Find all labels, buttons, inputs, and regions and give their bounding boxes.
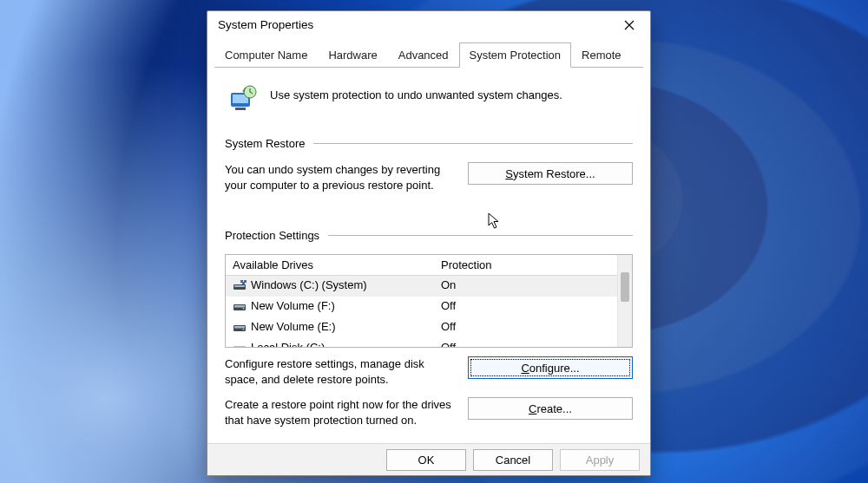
divider: [328, 235, 633, 236]
window-title: System Properties: [218, 18, 612, 31]
section-header-restore-label: System Restore: [225, 137, 305, 150]
drive-protection: On: [434, 276, 617, 297]
titlebar: System Properties: [207, 11, 650, 38]
tab-computer-name[interactable]: Computer Name: [214, 42, 318, 68]
system-properties-dialog: System Properties Computer Name Hardware…: [207, 10, 651, 476]
drive-row[interactable]: Windows (C:) (System)On: [226, 276, 617, 297]
section-header-protection: Protection Settings: [225, 229, 633, 242]
svg-rect-2: [235, 108, 246, 110]
drives-header: Available Drives Protection: [226, 255, 617, 276]
drive-name: Windows (C:) (System): [251, 278, 367, 291]
system-restore-button[interactable]: System Restore...: [468, 162, 633, 185]
svg-rect-10: [234, 305, 245, 308]
svg-rect-8: [242, 282, 245, 284]
drive-name: New Volume (F:): [251, 299, 335, 312]
tab-strip: Computer Name Hardware Advanced System P…: [207, 42, 650, 68]
create-button[interactable]: Create...: [468, 397, 633, 420]
cancel-button[interactable]: Cancel: [473, 449, 553, 471]
scroll-thumb[interactable]: [621, 272, 629, 302]
drive-row[interactable]: New Volume (F:)Off: [226, 297, 617, 317]
drives-list[interactable]: Available Drives Protection Windows (C:)…: [225, 254, 633, 348]
drive-name: New Volume (E:): [251, 320, 336, 333]
svg-rect-15: [233, 346, 246, 347]
drive-protection: Off: [434, 338, 617, 347]
drive-icon: [233, 321, 248, 336]
drive-icon: [233, 342, 248, 347]
dialog-body: Use system protection to undo unwanted s…: [207, 69, 650, 443]
drive-icon: [233, 300, 248, 315]
drive-name: Local Disk (C:): [251, 341, 325, 347]
dialog-footer: OK Cancel Apply: [207, 443, 650, 475]
drive-row[interactable]: Local Disk (C:)Off: [226, 338, 617, 347]
ok-button[interactable]: OK: [386, 449, 466, 471]
tab-advanced[interactable]: Advanced: [388, 42, 459, 68]
tab-hardware[interactable]: Hardware: [318, 42, 387, 68]
svg-rect-13: [234, 326, 245, 329]
intro-text: Use system protection to undo unwanted s…: [270, 84, 562, 101]
tab-remote[interactable]: Remote: [571, 42, 632, 68]
close-icon: [624, 20, 635, 30]
system-restore-icon: [228, 84, 258, 116]
drive-protection: Off: [434, 297, 617, 317]
section-header-protection-label: Protection Settings: [225, 229, 319, 242]
section-header-restore: System Restore: [225, 137, 633, 150]
drive-protection: Off: [434, 317, 617, 338]
svg-point-11: [243, 308, 245, 310]
intro-row: Use system protection to undo unwanted s…: [228, 84, 633, 116]
svg-point-14: [243, 329, 245, 330]
drive-row[interactable]: New Volume (E:)Off: [226, 317, 617, 338]
col-header-protection[interactable]: Protection: [434, 255, 617, 275]
tab-strip-bottom-line: [214, 67, 643, 68]
drive-icon: [233, 279, 248, 294]
close-button[interactable]: [612, 13, 647, 37]
configure-description: Configure restore settings, manage disk …: [225, 356, 456, 387]
apply-button: Apply: [560, 449, 640, 471]
create-description: Create a restore point right now for the…: [225, 397, 456, 428]
configure-button[interactable]: Configure...: [468, 356, 633, 379]
drives-scrollbar[interactable]: [617, 255, 632, 347]
tab-system-protection[interactable]: System Protection: [459, 42, 572, 68]
col-header-drives[interactable]: Available Drives: [226, 255, 434, 275]
divider: [313, 143, 633, 144]
svg-rect-5: [234, 285, 245, 287]
restore-description: You can undo system changes by reverting…: [225, 162, 456, 193]
